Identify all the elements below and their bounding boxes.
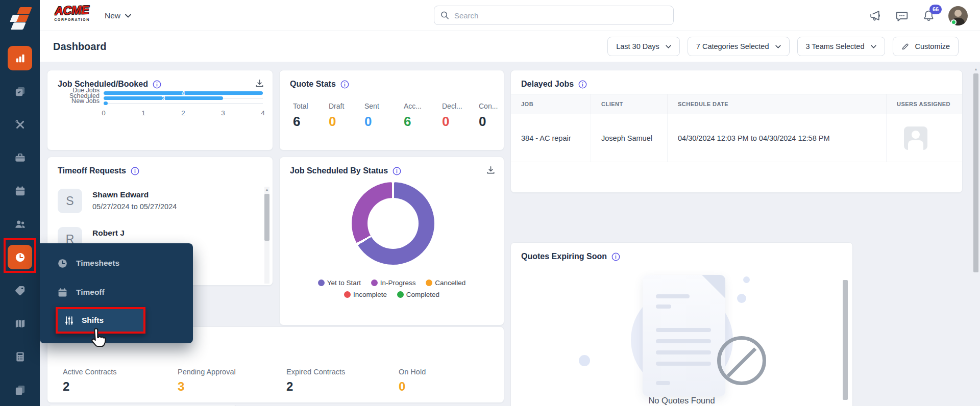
page-scrollbar[interactable]: ▲	[973, 64, 979, 404]
stat-draft: Draft0	[329, 102, 364, 130]
download-icon[interactable]	[255, 79, 264, 88]
table-row[interactable]: 384 - AC repair Joseph Samuel 04/30/2024…	[511, 114, 962, 162]
announcements-button[interactable]	[869, 9, 882, 22]
briefcase-icon	[14, 152, 26, 164]
x-axis-ticks: 01234	[104, 109, 263, 117]
x-axis-tick: 4	[261, 109, 265, 117]
stat-active-contracts: Active Contracts2	[63, 368, 178, 394]
sidebar-item-services[interactable]	[8, 145, 32, 170]
info-icon[interactable]	[611, 252, 620, 261]
timesheets-highlight-box	[4, 238, 36, 273]
chevron-down-icon	[775, 45, 781, 48]
copy-files-icon	[14, 384, 26, 396]
legend-item: Cancelled	[426, 277, 465, 288]
page-header: Dashboard Last 30 Days 7 Categories Sele…	[40, 31, 980, 62]
app-window: ACME CORPORATION New 66	[0, 0, 980, 406]
chat-button[interactable]	[895, 9, 909, 22]
decor-dot	[579, 355, 590, 366]
delayed-jobs-table: JOB CLIENT SCHEDULE DATE USERS ASSIGNED …	[511, 94, 962, 162]
sidebar-item-calendar[interactable]	[8, 179, 32, 203]
bar-due-jobs: 4	[104, 91, 263, 95]
scrollbar-thumb[interactable]	[973, 73, 978, 272]
card-delayed-jobs: Delayed Jobs JOB CLIENT SCHEDULE DATE US…	[510, 70, 963, 193]
card-quotes-expiring: Quotes Expiring Soon No Quotes Found ▼	[510, 242, 853, 406]
flyout-item-timeoff[interactable]: Timeoff	[57, 282, 105, 302]
zuper-logo-icon[interactable]	[7, 5, 33, 31]
card-title: Job Scheduled By Status	[290, 166, 388, 175]
new-menu-button[interactable]: New	[105, 0, 131, 31]
stat-declined: Decl...0	[442, 102, 479, 130]
prohibition-icon	[717, 336, 766, 385]
card-job-by-status: Job Scheduled By Status Yet to Start In-…	[279, 157, 504, 325]
sidebar-item-documents[interactable]	[8, 377, 32, 402]
col-users-assigned: USERS ASSIGNED	[887, 94, 962, 114]
scrollbar-thumb[interactable]	[843, 280, 848, 400]
date-range-dropdown[interactable]: Last 30 Days	[607, 37, 680, 56]
stat-pending-approval: Pending Approval3	[178, 368, 286, 394]
sidebar-item-analytics[interactable]	[8, 46, 32, 70]
no-quotes-document-illustration	[643, 275, 725, 396]
acme-logo: ACME CORPORATION	[53, 4, 91, 21]
teams-value: 3 Teams Selected	[806, 42, 865, 50]
search-input[interactable]	[454, 11, 667, 20]
legend-dot	[397, 291, 404, 298]
info-icon[interactable]	[578, 80, 587, 89]
info-icon[interactable]	[153, 80, 161, 89]
info-icon[interactable]	[393, 167, 401, 175]
scroll-up-arrow[interactable]: ▲	[264, 188, 270, 191]
stat-on-hold: On Hold0	[399, 368, 460, 394]
legend-dot	[426, 280, 432, 286]
tag-icon	[14, 285, 26, 296]
calculator-icon	[14, 351, 26, 363]
scroll-up-arrow[interactable]: ▲	[973, 67, 978, 71]
avatar-initial: S	[58, 189, 82, 213]
global-search[interactable]	[434, 6, 674, 25]
job-scheduled-bar-chart: 4 3	[104, 90, 263, 107]
date-range-value: Last 30 Days	[616, 42, 659, 50]
sidebar-item-tags[interactable]	[8, 278, 32, 302]
col-job: JOB	[511, 94, 591, 114]
logo-shape	[17, 7, 32, 14]
calendar-icon	[14, 185, 26, 197]
sidebar-item-teams[interactable]	[8, 212, 32, 236]
timeoff-scrollbar[interactable]: ▲	[264, 187, 270, 284]
decor-dot	[743, 276, 750, 283]
tools-icon	[14, 119, 26, 131]
page-title: Dashboard	[53, 41, 106, 53]
timeoff-item[interactable]: S Shawn Edward 05/27/2024 to 05/27/2024	[58, 189, 177, 213]
sidebar-item-jobs[interactable]	[8, 79, 32, 104]
card-title: Quotes Expiring Soon	[521, 252, 607, 261]
sidebar-item-map[interactable]	[8, 311, 32, 336]
legend-dot	[344, 291, 351, 298]
stat-accepted: Acc...6	[404, 102, 442, 130]
categories-dropdown[interactable]: 7 Categories Selected	[688, 37, 790, 56]
bar-chart-category-labels: Due Jobs Scheduled New Jobs	[47, 88, 100, 104]
teams-dropdown[interactable]: 3 Teams Selected	[797, 37, 885, 56]
logo-shape	[11, 22, 26, 30]
calendar-icon	[57, 287, 68, 298]
card-quote-stats: Quote Stats Total6 Draft0 Sent0 Acc...6 …	[279, 70, 504, 150]
stat-total: Total6	[293, 102, 329, 130]
info-icon[interactable]	[340, 80, 349, 89]
sidebar-item-calculator[interactable]	[8, 344, 32, 369]
stat-expired-contracts: Expired Contracts2	[286, 368, 399, 394]
contracts-stats-row: Active Contracts2 Pending Approval3 Expi…	[63, 368, 460, 394]
customize-button[interactable]: Customize	[893, 37, 959, 56]
empty-state-text: No Quotes Found	[511, 396, 852, 405]
status-donut-chart	[352, 182, 434, 265]
quotes-scrollbar[interactable]: ▼	[842, 257, 848, 406]
online-status-dot	[951, 19, 957, 25]
notification-badge: 66	[929, 5, 942, 14]
avatar-photo	[954, 10, 962, 17]
flyout-item-timesheets[interactable]: Timesheets	[57, 253, 119, 273]
sidebar-item-tools[interactable]	[8, 112, 32, 137]
notifications-button[interactable]: 66	[922, 9, 935, 22]
download-icon[interactable]	[486, 165, 496, 175]
megaphone-icon	[869, 9, 882, 22]
bar-scheduled: 3	[104, 96, 223, 100]
cell-job[interactable]: 384 - AC repair	[511, 114, 591, 162]
info-icon[interactable]	[131, 167, 139, 175]
clock-icon	[57, 258, 68, 269]
scrollbar-thumb[interactable]	[264, 194, 270, 241]
dashboard-content: Job Scheduled/Booked Due Jobs Scheduled …	[40, 62, 980, 406]
